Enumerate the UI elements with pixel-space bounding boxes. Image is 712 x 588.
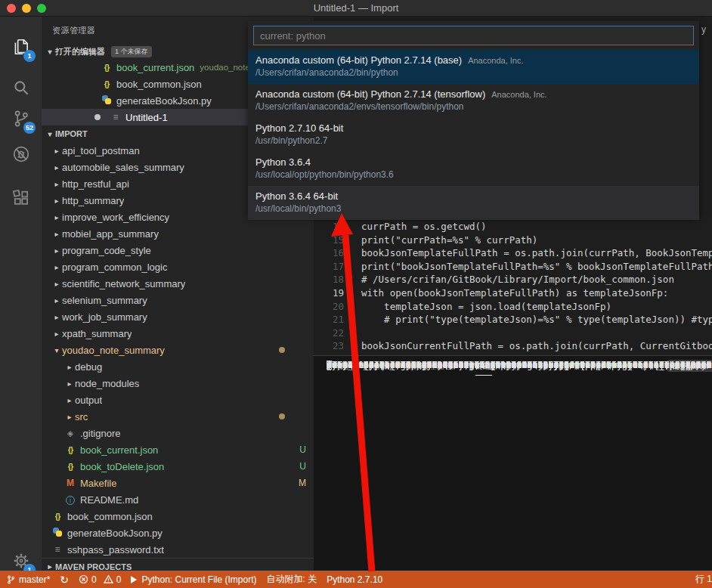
json-file-icon: {} (64, 462, 76, 471)
tree-item-file[interactable]: ◈.gitignore (42, 425, 314, 441)
title-bar: Untitled-1 — Import (0, 0, 712, 17)
tree-item-folder-expanded[interactable]: ▾youdao_note_summary (42, 342, 314, 358)
json-file-icon: {} (64, 445, 76, 454)
cursor-position-status[interactable]: 行 1 (695, 573, 712, 586)
code-line: 18# /Users/crifan/GitBook/Library/Import… (314, 273, 712, 286)
error-icon (79, 574, 88, 584)
code-line: 14currPath = os.getcwd() (314, 220, 712, 234)
play-icon (131, 576, 137, 583)
maven-projects-header[interactable]: ▸ MAVEN PROJECTS (42, 558, 314, 571)
chevron-right-icon: ▸ (64, 379, 75, 388)
tree-item-folder[interactable]: ▸mobiel_app_summary (42, 225, 314, 242)
activity-bar: 1 52 1 (0, 17, 42, 571)
tree-item-folder[interactable]: ▸scientific_network_summary (42, 275, 314, 292)
json-file-icon: {} (101, 63, 113, 72)
code-line: 17print("bookJsonTemplateFullPath=%s" % … (314, 260, 712, 274)
gitignore-file-icon: ◈ (64, 429, 76, 438)
sidebar-item-debug[interactable] (0, 138, 42, 171)
explorer-badge: 1 (23, 50, 36, 62)
info-file-icon: i (64, 494, 76, 505)
debug-slash-icon (11, 144, 31, 164)
tree-item-folder[interactable]: ▸node_modules (42, 375, 314, 391)
tree-item-folder[interactable]: ▸xpath_summary (42, 325, 314, 342)
makefile-file-icon: M (64, 478, 76, 488)
auto-attach-status[interactable]: 自动附加: 关 (267, 573, 317, 586)
tree-item-folder[interactable]: ▸work_job_summary (42, 308, 314, 325)
text-file-icon: ≡ (110, 112, 122, 122)
code-line-active: 19with open(bookJsonTemplateFullPath) as… (314, 286, 712, 300)
chevron-right-icon: ▸ (51, 147, 62, 155)
git-branch-icon (6, 574, 16, 585)
tree-item-folder[interactable]: ▸selenium_summary (42, 292, 314, 308)
python-file-icon (51, 528, 63, 539)
code-line: 21 # print("type(templateJson)=%s" % typ… (314, 313, 712, 326)
sidebar-item-search[interactable] (0, 71, 42, 104)
sidebar-item-source-control[interactable]: 52 (0, 102, 42, 135)
python-file-icon (101, 95, 113, 107)
code-line: 22 (314, 326, 712, 340)
editor-tab-fragment[interactable]: y (701, 24, 706, 35)
git-status-badge: M (299, 478, 306, 488)
tree-item-file[interactable]: MMakefileM (42, 475, 314, 491)
json-file-icon: {} (101, 79, 113, 88)
text-file-icon: ≡ (51, 544, 63, 555)
tree-item-folder[interactable]: ▸output (42, 391, 314, 408)
chevron-right-icon: ▸ (51, 313, 62, 321)
problems-status[interactable]: 0 0 (79, 574, 121, 585)
chevron-right-icon: ▸ (51, 213, 62, 221)
modified-dot-icon (279, 347, 285, 353)
tree-item-folder[interactable]: ▸debug (42, 358, 314, 375)
quickpick-item[interactable]: Python 2.7.10 64-bit /usr/bin/python2.7 (248, 118, 699, 152)
chevron-down-icon: ▾ (45, 130, 55, 138)
search-icon (11, 78, 31, 97)
chevron-right-icon: ▸ (64, 396, 75, 404)
sidebar-item-explorer[interactable]: 1 (0, 30, 42, 63)
bottom-panel: 问题 输出 调试控制台 终端 1: Python paper': False, … (314, 355, 712, 571)
sync-icon: ↻ (60, 574, 69, 586)
quickpick-item[interactable]: Anaconda custom (64-bit) Python 2.7.14 (… (248, 50, 699, 84)
chevron-right-icon: ▸ (51, 246, 62, 255)
tree-item-folder[interactable]: ▸program_common_logic (42, 258, 314, 275)
code-lines: 14currPath = os.getcwd() 15print("currPa… (314, 220, 712, 353)
code-line: 20 templateJson = json.load(templateJson… (314, 300, 712, 314)
tree-item-file[interactable]: generateBookJson.py (42, 525, 314, 541)
tree-item-file[interactable]: iREADME.md (42, 491, 314, 508)
modified-dot-icon (279, 413, 285, 419)
run-python-file-status[interactable]: Python: Current File (Import) (131, 574, 256, 585)
scm-badge: 52 (23, 122, 36, 134)
quickpick-item[interactable]: Python 3.6.4 /usr/local/opt/python/bin/p… (248, 152, 699, 186)
quickpick-item[interactable]: Python 3.6.4 64-bit /usr/local/bin/pytho… (248, 186, 699, 220)
tree-item-file[interactable]: {}book_toDelete.jsonU (42, 458, 314, 475)
extensions-icon (11, 188, 31, 208)
chevron-right-icon: ▸ (64, 413, 75, 421)
window-title: Untitled-1 — Import (0, 2, 712, 14)
chevron-right-icon: ▸ (51, 180, 62, 188)
chevron-right-icon: ▸ (51, 330, 62, 338)
sidebar-item-extensions[interactable] (0, 181, 42, 215)
dirty-indicator-icon[interactable] (94, 114, 101, 120)
chevron-right-icon: ▸ (51, 230, 62, 238)
git-branch-status[interactable]: master* (6, 574, 50, 585)
chevron-down-icon: ▾ (51, 346, 62, 354)
git-status-badge: U (299, 461, 306, 472)
chevron-right-icon: ▸ (51, 163, 62, 172)
tree-item-folder[interactable]: ▸src (42, 408, 314, 425)
chevron-down-icon: ▾ (45, 48, 55, 56)
chevron-right-icon: ▸ (64, 363, 75, 371)
chevron-right-icon: ▸ (51, 263, 62, 271)
quickpick-item[interactable]: Anaconda custom (64-bit) Python 2.7.14 (… (248, 84, 699, 118)
tree-item-file[interactable]: {}book_current.jsonU (42, 441, 314, 458)
tree-item-file[interactable]: ≡sshpass_password.txt (42, 541, 314, 558)
chevron-right-icon: ▸ (51, 296, 62, 305)
unsaved-count-badge: 1 个未保存 (111, 46, 152, 57)
quickpick-input[interactable] (253, 26, 694, 45)
terminal-output: paper': False, u'pocket': False, u'weibo… (314, 376, 712, 571)
chevron-right-icon: ▸ (51, 197, 62, 205)
code-line: 15print("currPath=%s" % currPath) (314, 234, 712, 247)
code-line: 16bookJsonTemplateFullPath = os.path.joi… (314, 246, 712, 260)
sync-status[interactable]: ↻ (60, 574, 69, 586)
warning-icon (104, 574, 113, 584)
tree-item-folder[interactable]: ▸program_code_style (42, 242, 314, 258)
python-interpreter-status[interactable]: Python 2.7.10 (327, 574, 382, 585)
tree-item-file[interactable]: {}book_common.json (42, 508, 314, 525)
